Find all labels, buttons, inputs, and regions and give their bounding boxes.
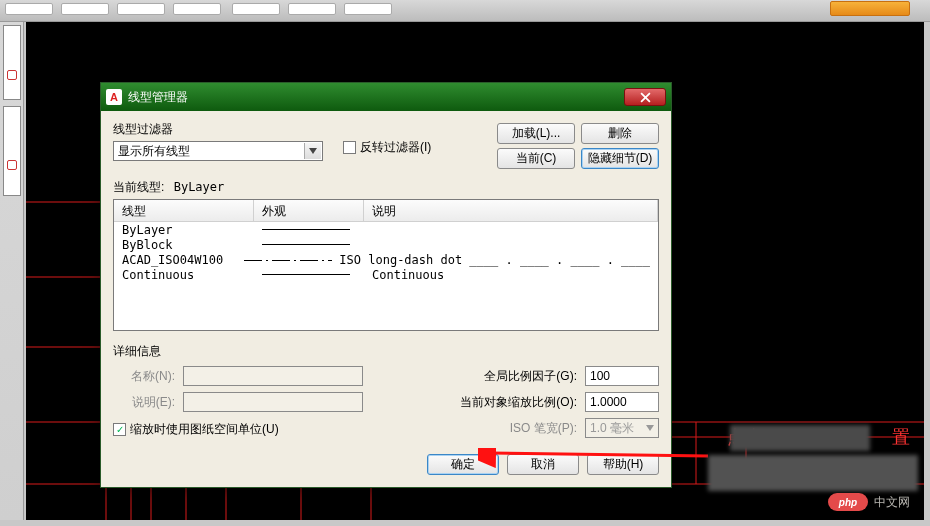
app-icon: A bbox=[106, 89, 122, 105]
chevron-down-icon bbox=[304, 143, 321, 159]
current-linetype-value: ByLayer bbox=[174, 180, 225, 194]
list-item[interactable]: ByLayer bbox=[114, 222, 658, 237]
current-linetype-row: 当前线型: ByLayer bbox=[113, 179, 659, 196]
list-header: 线型 外观 说明 bbox=[114, 200, 658, 222]
col-desc[interactable]: 说明 bbox=[364, 200, 658, 221]
list-item[interactable]: ACAD_ISO04W100 ISO long-dash dot ____ . … bbox=[114, 252, 658, 267]
close-button[interactable] bbox=[624, 88, 666, 106]
global-scale-input[interactable]: 100 bbox=[585, 366, 659, 386]
details-section: 详细信息 名称(N): 全局比例因子(G): 100 说明(E): 当前对象缩放… bbox=[113, 343, 659, 438]
invert-filter-label: 反转过滤器(I) bbox=[360, 139, 431, 156]
hide-details-button[interactable]: 隐藏细节(D) bbox=[581, 148, 659, 169]
filter-select[interactable]: 显示所有线型 bbox=[113, 141, 323, 161]
linetype-list[interactable]: 线型 外观 说明 ByLayer ByBlock ACAD_ISO04W100 bbox=[113, 199, 659, 331]
invert-filter-checkbox[interactable] bbox=[343, 141, 356, 154]
ok-button[interactable]: 确定 bbox=[427, 454, 499, 475]
left-toolbar-fragment bbox=[0, 22, 24, 520]
name-label: 名称(N): bbox=[113, 368, 175, 385]
desc-input bbox=[183, 392, 363, 412]
iso-pen-select: 1.0 毫米 bbox=[585, 418, 659, 438]
close-icon bbox=[640, 92, 651, 103]
list-item[interactable]: Continuous Continuous bbox=[114, 267, 658, 282]
use-paper-units-label: 缩放时使用图纸空间单位(U) bbox=[130, 421, 279, 438]
linetype-manager-dialog: A 线型管理器 线型过滤器 显示所有线型 反转过滤器(I) 加载(L)... 删… bbox=[100, 82, 672, 488]
background-toolbar-fragment bbox=[0, 0, 930, 22]
linetype-preview bbox=[244, 257, 332, 263]
orange-banner-fragment bbox=[830, 1, 910, 16]
linetype-preview bbox=[262, 244, 350, 245]
global-scale-label: 全局比例因子(G): bbox=[371, 368, 577, 385]
details-title: 详细信息 bbox=[113, 343, 659, 360]
list-item[interactable]: ByBlock bbox=[114, 237, 658, 252]
chevron-down-icon bbox=[646, 425, 654, 431]
watermark-badge: php bbox=[828, 493, 868, 511]
current-button[interactable]: 当前(C) bbox=[497, 148, 575, 169]
blurred-region bbox=[708, 455, 918, 491]
delete-button[interactable]: 删除 bbox=[581, 123, 659, 144]
name-input bbox=[183, 366, 363, 386]
filter-select-value: 显示所有线型 bbox=[118, 143, 190, 160]
load-button[interactable]: 加载(L)... bbox=[497, 123, 575, 144]
current-linetype-label: 当前线型: bbox=[113, 180, 164, 194]
dialog-title: 线型管理器 bbox=[128, 89, 624, 106]
help-button[interactable]: 帮助(H) bbox=[587, 454, 659, 475]
iso-pen-label: ISO 笔宽(P): bbox=[371, 420, 577, 437]
desc-label: 说明(E): bbox=[113, 394, 175, 411]
watermark-text: 中文网 bbox=[874, 494, 910, 511]
cancel-button[interactable]: 取消 bbox=[507, 454, 579, 475]
filter-label: 线型过滤器 bbox=[113, 121, 333, 138]
col-look[interactable]: 外观 bbox=[254, 200, 364, 221]
col-type[interactable]: 线型 bbox=[114, 200, 254, 221]
obj-scale-label: 当前对象缩放比例(O): bbox=[371, 394, 577, 411]
linetype-preview bbox=[262, 229, 350, 230]
obj-scale-input[interactable]: 1.0000 bbox=[585, 392, 659, 412]
linetype-preview bbox=[262, 274, 350, 275]
dialog-titlebar[interactable]: A 线型管理器 bbox=[101, 83, 671, 111]
use-paper-units-checkbox[interactable]: ✓ bbox=[113, 423, 126, 436]
blurred-region bbox=[730, 425, 870, 451]
